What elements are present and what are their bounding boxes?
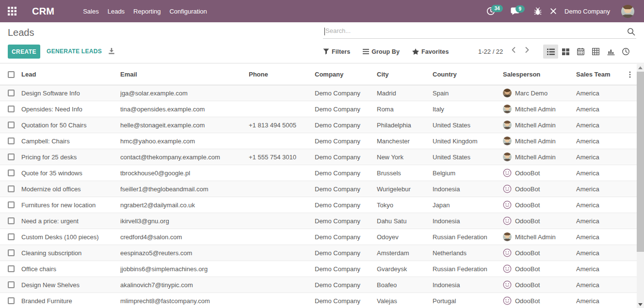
table-row[interactable]: Custom Desks (100 pieces)credford4@salon… [0,229,637,245]
pivot-view-button[interactable] [588,45,603,59]
nav-menu-leads[interactable]: Leads [103,8,129,15]
row-checkbox[interactable] [8,201,15,208]
table-row[interactable]: Furnitures for new locationngrabert2@dai… [0,197,637,213]
column-header-city[interactable]: City [377,71,433,78]
column-header-country[interactable]: Country [433,71,503,78]
odoobot-avatar [503,216,512,225]
row-checkbox[interactable] [8,217,15,224]
column-header-lead[interactable]: Lead [19,71,120,78]
cell-salesperson: OdooBot [503,280,576,289]
cell-email: tina@opensides.example.com [120,106,249,113]
cell-company: Demo Company [315,217,377,225]
row-checkbox[interactable] [8,249,15,256]
create-button[interactable]: CREATE [8,45,40,59]
table-row[interactable]: Branded Furnituremlimprecht8@fastcompany… [0,293,637,308]
kanban-view-button[interactable] [558,45,573,59]
table-row[interactable]: Opensides: Need Infotina@opensides.examp… [0,101,637,117]
row-checkbox[interactable] [8,265,15,272]
column-header-company[interactable]: Company [315,71,377,78]
optional-columns-icon[interactable] [621,71,637,78]
row-checkbox[interactable] [8,281,15,288]
cell-company: Demo Company [315,233,377,241]
filters-button[interactable]: Filters [323,48,350,55]
view-switcher [543,45,633,59]
table-row[interactable]: Campbell: Chairshmc@yahoo.example.comDem… [0,133,637,149]
vertical-scrollbar[interactable] [637,64,644,308]
pager-previous-button[interactable] [511,46,516,55]
generate-leads-button[interactable]: GENERATE LEADS [47,48,102,55]
search-input[interactable] [323,25,623,36]
table-row[interactable]: Design Software Infojga@solar.example.co… [0,85,637,101]
cell-salesperson: OdooBot [503,200,576,209]
column-header-sales-team[interactable]: Sales Team [576,71,621,78]
table-body: Design Software Infojga@solar.example.co… [0,85,637,308]
table-row[interactable]: Need a price: urgentikirvell3@gnu.orgDem… [0,213,637,229]
pager: 1-22 / 22 [478,48,503,55]
search-options: Filters Group By Favorites [323,45,461,59]
row-checkbox[interactable] [8,122,15,128]
cell-email: hmc@yahoo.example.com [120,138,249,145]
cell-sales-team: America [576,297,621,305]
cell-phone: +1 555 754 3010 [249,154,315,161]
app-title[interactable]: CRM [32,6,54,17]
bug-icon[interactable] [534,7,542,15]
import-button[interactable] [108,47,115,56]
row-checkbox[interactable] [8,106,15,112]
cell-company: Demo Company [315,138,377,145]
row-checkbox[interactable] [8,233,15,240]
activity-clock-icon[interactable]: 34 [486,7,495,15]
nav-menu-sales[interactable]: Sales [79,8,103,15]
messages-icon[interactable]: 9 [511,7,519,15]
salesperson-avatar [503,153,512,161]
table-row[interactable]: Quote for 35 windowstbrockhouse0@google.… [0,165,637,181]
cell-lead: Campbell: Chairs [19,138,120,145]
cell-salesperson: Mitchell Admin [503,105,576,113]
list-view-button[interactable] [543,45,558,59]
apps-grid-icon[interactable] [8,7,16,15]
cell-salesperson: Mitchell Admin [503,137,576,145]
table-row[interactable]: Office chairsjjobbins6@simplemachines.or… [0,261,637,277]
calendar-view-icon [577,48,584,55]
column-header-salesperson[interactable]: Salesperson [503,71,576,78]
cell-country: Indonesia [433,217,503,225]
table-row[interactable]: Cleaning subscriptioneespinazo5@reuters.… [0,245,637,261]
nav-menu-reporting[interactable]: Reporting [129,8,165,15]
cell-salesperson: Mitchell Admin [503,232,576,241]
cell-city: Odoyev [377,233,433,241]
scrollbar-thumb[interactable] [637,72,644,252]
cell-city: Gvardeysk [377,265,433,273]
message-count-badge: 9 [515,5,525,13]
table-row[interactable]: Modernize old officesfseiller1@theglobea… [0,181,637,197]
tools-icon[interactable] [550,8,557,15]
user-avatar[interactable] [621,5,634,18]
calendar-view-button[interactable] [573,45,588,59]
cell-salesperson: OdooBot [503,264,576,273]
column-header-phone[interactable]: Phone [249,71,315,78]
cell-phone: +1 813 494 5005 [249,122,315,129]
cell-country: United States [433,154,503,161]
scrollbar-down-icon[interactable] [637,301,644,308]
pager-next-button[interactable] [524,46,530,55]
odoobot-avatar [503,200,512,209]
graph-view-button[interactable] [603,45,618,59]
row-checkbox[interactable] [8,297,15,304]
table-row[interactable]: Pricing for 25 deskscontact@thekompany.e… [0,149,637,165]
nav-menu-configuration[interactable]: Configuration [165,8,211,15]
row-checkbox[interactable] [8,169,15,176]
select-all-checkbox[interactable] [8,71,15,78]
row-checkbox[interactable] [8,154,15,160]
cell-city: Valejas [377,297,433,305]
row-checkbox[interactable] [8,90,15,96]
row-checkbox[interactable] [8,138,15,144]
scrollbar-up-icon[interactable] [637,64,644,71]
group-by-button[interactable]: Group By [363,48,400,55]
table-row[interactable]: Quotation for 50 Chairshelle@stonageit.e… [0,117,637,133]
company-switcher[interactable]: Demo Company [564,8,610,15]
cell-salesperson: Mitchell Admin [503,121,576,129]
favorites-button[interactable]: Favorites [412,48,449,55]
row-checkbox[interactable] [8,185,15,192]
activity-view-button[interactable] [618,45,633,59]
table-row[interactable]: Design New Shelvesakalinovich7@tinypic.c… [0,277,637,293]
column-header-email[interactable]: Email [120,71,249,78]
search-icon[interactable] [627,28,635,36]
